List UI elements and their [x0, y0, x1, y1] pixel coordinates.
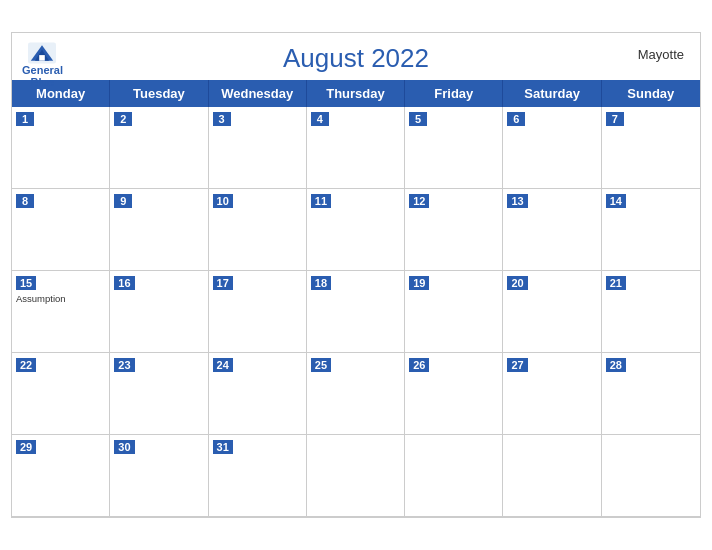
calendar-cell: 19 — [405, 271, 503, 353]
calendar-cell — [503, 435, 601, 517]
calendar-cell: 27 — [503, 353, 601, 435]
date-number: 23 — [114, 358, 134, 372]
calendar-cell: 7 — [602, 107, 700, 189]
calendar-cell — [602, 435, 700, 517]
date-number: 28 — [606, 358, 626, 372]
date-number: 31 — [213, 440, 233, 454]
date-number: 19 — [409, 276, 429, 290]
calendar-cell: 5 — [405, 107, 503, 189]
date-number: 24 — [213, 358, 233, 372]
date-number: 16 — [114, 276, 134, 290]
date-number: 9 — [114, 194, 132, 208]
date-number: 6 — [507, 112, 525, 126]
calendar-cell: 12 — [405, 189, 503, 271]
calendar-cell: 30 — [110, 435, 208, 517]
date-number: 14 — [606, 194, 626, 208]
calendar-cell: 4 — [307, 107, 405, 189]
calendar-cell: 13 — [503, 189, 601, 271]
date-number: 25 — [311, 358, 331, 372]
date-number: 10 — [213, 194, 233, 208]
logo-text-general: General — [22, 64, 63, 76]
date-number: 1 — [16, 112, 34, 126]
calendar-cell: 26 — [405, 353, 503, 435]
calendar-cell: 28 — [602, 353, 700, 435]
date-number: 17 — [213, 276, 233, 290]
date-number: 29 — [16, 440, 36, 454]
calendar-cell: 15Assumption — [12, 271, 110, 353]
calendar-cell: 25 — [307, 353, 405, 435]
calendar-cell — [405, 435, 503, 517]
date-number: 13 — [507, 194, 527, 208]
svg-rect-3 — [40, 55, 46, 61]
day-header-tuesday: Tuesday — [110, 80, 208, 107]
date-number: 11 — [311, 194, 331, 208]
calendar-cell — [307, 435, 405, 517]
calendar: General Blue August 2022 Mayotte MondayT… — [11, 32, 701, 518]
date-number: 12 — [409, 194, 429, 208]
date-number: 20 — [507, 276, 527, 290]
date-number: 2 — [114, 112, 132, 126]
days-header: MondayTuesdayWednesdayThursdayFridaySatu… — [12, 80, 700, 107]
calendar-cell: 2 — [110, 107, 208, 189]
calendar-cell: 10 — [209, 189, 307, 271]
calendar-grid: 123456789101112131415Assumption161718192… — [12, 107, 700, 517]
calendar-cell: 1 — [12, 107, 110, 189]
calendar-cell: 18 — [307, 271, 405, 353]
day-header-wednesday: Wednesday — [209, 80, 307, 107]
date-number: 22 — [16, 358, 36, 372]
date-number: 27 — [507, 358, 527, 372]
date-number: 4 — [311, 112, 329, 126]
calendar-cell: 20 — [503, 271, 601, 353]
date-number: 5 — [409, 112, 427, 126]
logo-text-blue: Blue — [31, 76, 55, 88]
calendar-cell: 6 — [503, 107, 601, 189]
calendar-cell: 22 — [12, 353, 110, 435]
date-number: 18 — [311, 276, 331, 290]
calendar-cell: 23 — [110, 353, 208, 435]
day-header-friday: Friday — [405, 80, 503, 107]
day-header-saturday: Saturday — [503, 80, 601, 107]
day-header-sunday: Sunday — [602, 80, 700, 107]
date-number: 21 — [606, 276, 626, 290]
calendar-region: Mayotte — [638, 47, 684, 62]
logo-icon — [28, 42, 56, 64]
date-number: 8 — [16, 194, 34, 208]
date-number: 30 — [114, 440, 134, 454]
logo: General Blue — [22, 41, 63, 88]
calendar-cell: 16 — [110, 271, 208, 353]
date-number: 7 — [606, 112, 624, 126]
calendar-header: General Blue August 2022 Mayotte — [12, 33, 700, 80]
calendar-cell: 9 — [110, 189, 208, 271]
calendar-cell: 21 — [602, 271, 700, 353]
calendar-cell: 24 — [209, 353, 307, 435]
date-number: 3 — [213, 112, 231, 126]
calendar-cell: 3 — [209, 107, 307, 189]
calendar-cell: 14 — [602, 189, 700, 271]
date-number: 26 — [409, 358, 429, 372]
calendar-cell: 29 — [12, 435, 110, 517]
calendar-cell: 8 — [12, 189, 110, 271]
calendar-title: August 2022 — [28, 43, 684, 74]
date-number: 15 — [16, 276, 36, 290]
calendar-cell: 17 — [209, 271, 307, 353]
holiday-label: Assumption — [16, 293, 105, 304]
calendar-cell: 31 — [209, 435, 307, 517]
day-header-thursday: Thursday — [307, 80, 405, 107]
calendar-cell: 11 — [307, 189, 405, 271]
